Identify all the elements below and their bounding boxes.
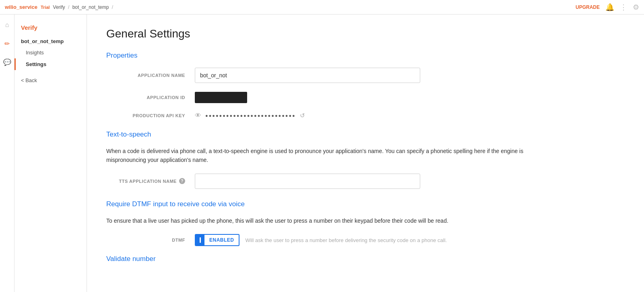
bell-icon[interactable]: 🔔 <box>605 3 614 12</box>
dtmf-heading: Require DTMF input to receive code via v… <box>106 200 625 208</box>
plan-badge: Trial <box>41 5 50 10</box>
sidebar-item-settings[interactable]: Settings <box>14 58 87 70</box>
toggle-handle <box>196 235 204 245</box>
menu-icon[interactable]: ⋮ <box>620 3 627 12</box>
dtmf-description: To ensure that a live user has picked up… <box>106 216 549 225</box>
tts-description: When a code is delivered via phone call,… <box>106 147 549 165</box>
api-key-label: PRODUCTION API KEY <box>106 113 195 118</box>
validate-section: Validate number <box>106 255 625 263</box>
sidebar-app-name: bot_or_not_temp <box>14 36 87 47</box>
sidebar-item-insights[interactable]: Insights <box>14 47 87 58</box>
app-id-row: APPLICATION ID <box>106 92 625 103</box>
dtmf-section: Require DTMF input to receive code via v… <box>106 200 625 246</box>
validate-heading: Validate number <box>106 255 625 263</box>
breadcrumb-verify[interactable]: Verify <box>53 4 65 10</box>
tts-help-icon[interactable]: ? <box>179 178 185 184</box>
tts-app-name-row: TTS APPLICATION NAME ? <box>106 174 625 189</box>
app-name-row: APPLICATION NAME <box>106 68 625 83</box>
api-key-dots: ●●●●●●●●●●●●●●●●●●●●●●●●●● <box>205 113 296 118</box>
topbar-right: UPGRADE 🔔 ⋮ ⚙ <box>576 3 639 12</box>
tts-app-name-input[interactable] <box>195 174 420 189</box>
topbar: wilio_service Trial Verify / bot_or_not_… <box>0 0 644 14</box>
sidebar-section-title: Verify <box>14 21 87 36</box>
dtmf-toggle-row: ENABLED Will ask the user to press a num… <box>195 234 447 246</box>
edit-icon[interactable]: ✏ <box>2 38 13 49</box>
eye-icon[interactable]: 👁 <box>195 112 201 119</box>
sidebar: Verify bot_or_not_temp Insights Settings… <box>14 14 87 292</box>
settings-icon[interactable]: ⚙ <box>633 3 639 12</box>
refresh-icon[interactable]: ↺ <box>300 112 305 119</box>
layout: ⌂ ✏ 💬 Verify bot_or_not_temp Insights Se… <box>0 14 644 292</box>
tts-section: Text-to-speech When a code is delivered … <box>106 130 625 189</box>
upgrade-button[interactable]: UPGRADE <box>576 4 600 10</box>
breadcrumb-app[interactable]: bot_or_not_temp <box>72 4 109 10</box>
icon-strip: ⌂ ✏ 💬 <box>0 14 14 292</box>
chat-icon[interactable]: 💬 <box>2 56 13 68</box>
dtmf-row: DTMF ENABLED Will ask the user to press … <box>106 234 625 246</box>
properties-section: Properties APPLICATION NAME APPLICATION … <box>106 52 625 119</box>
main-content: General Settings Properties APPLICATION … <box>87 14 644 292</box>
properties-heading: Properties <box>106 52 625 60</box>
tts-heading: Text-to-speech <box>106 130 625 139</box>
dtmf-label: DTMF <box>106 238 195 242</box>
toggle-enabled-label: ENABLED <box>204 237 239 243</box>
api-key-content: 👁 ●●●●●●●●●●●●●●●●●●●●●●●●●● ↺ <box>195 112 305 119</box>
app-name-input[interactable] <box>195 68 420 83</box>
tts-app-name-label: TTS APPLICATION NAME ? <box>106 178 195 184</box>
page-title: General Settings <box>106 27 625 40</box>
dtmf-toggle[interactable]: ENABLED <box>195 234 239 246</box>
api-key-row: PRODUCTION API KEY 👁 ●●●●●●●●●●●●●●●●●●●… <box>106 112 625 119</box>
breadcrumb: Verify / bot_or_not_temp / <box>53 4 115 10</box>
app-name-label: APPLICATION NAME <box>106 73 195 78</box>
app-id-label: APPLICATION ID <box>106 95 195 100</box>
toggle-description-text: Will ask the user to press a number befo… <box>245 237 447 243</box>
home-icon[interactable]: ⌂ <box>2 19 13 31</box>
sidebar-back-button[interactable]: < Back <box>14 73 87 87</box>
app-id-value <box>195 92 247 103</box>
brand-label: wilio_service <box>5 4 37 10</box>
